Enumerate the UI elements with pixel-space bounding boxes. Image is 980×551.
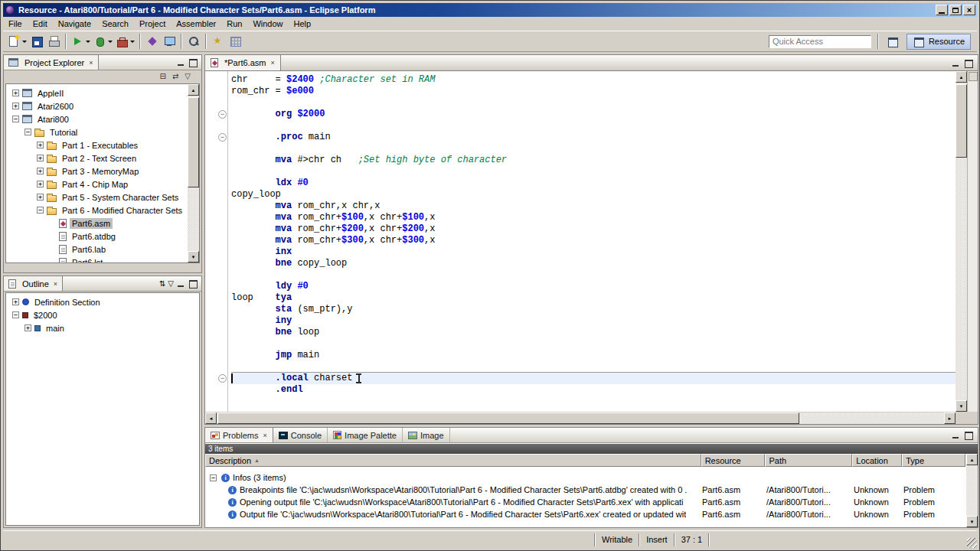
tree-expander-minus-icon[interactable]: − (37, 207, 44, 214)
fold-marker-icon[interactable]: − (218, 374, 227, 383)
menu-window[interactable]: Window (247, 18, 288, 30)
maximize-window-button[interactable] (949, 5, 962, 15)
tree-expander-plus-icon[interactable]: + (37, 142, 44, 148)
code-area[interactable]: chr = $2400 ;Character set in RAMrom_chr… (229, 71, 956, 412)
project-tree-item[interactable]: +Part 1 - Executables (6, 139, 188, 152)
project-tree-item[interactable]: Part6.lab (6, 243, 188, 256)
column-header-description[interactable]: Description▲ (205, 454, 701, 467)
view-menu-icon[interactable]: ▽ (185, 73, 191, 80)
scroll-left-arrow[interactable]: ◄ (205, 412, 217, 424)
column-header-location[interactable]: Location (852, 454, 902, 467)
code-line[interactable]: copy_loop (231, 189, 956, 201)
code-line[interactable]: mva #>chr ch ;Set high byte of character (231, 155, 956, 166)
project-tree-item[interactable]: Part6.asm (6, 217, 188, 230)
bookmark-button[interactable] (210, 32, 227, 51)
menu-help[interactable]: Help (289, 18, 317, 30)
editor-tab-part6-asm[interactable]: *Part6.asm × (205, 55, 281, 70)
code-line[interactable] (231, 120, 956, 132)
code-line[interactable]: .proc main (231, 132, 956, 143)
external-tools-button[interactable] (114, 32, 136, 51)
code-line[interactable]: mva rom_chr+$100,x chr+$100,x (231, 212, 956, 223)
code-line[interactable] (231, 143, 956, 155)
minimize-view-button[interactable] (176, 58, 186, 67)
quick-access-input[interactable]: Quick Access (769, 35, 871, 48)
menu-file[interactable]: File (3, 18, 28, 30)
collapse-all-icon[interactable]: ⊟ (160, 73, 166, 80)
scroll-up-arrow[interactable]: ▲ (956, 71, 967, 83)
code-line[interactable]: mva rom_chr,x chr,x (231, 201, 956, 212)
menu-project[interactable]: Project (134, 18, 171, 30)
tree-expander-plus-icon[interactable]: + (37, 181, 44, 187)
code-line[interactable]: org $2000 (231, 109, 956, 120)
menu-navigate[interactable]: Navigate (53, 18, 96, 30)
code-line[interactable]: rom_chr = $e000 (231, 86, 956, 97)
tree-expander-minus-icon[interactable]: − (12, 311, 19, 318)
column-header-resource[interactable]: Resource (701, 454, 766, 467)
menu-assembler[interactable]: Assembler (171, 18, 221, 30)
debug-button[interactable] (92, 32, 114, 51)
minimize-editor-button[interactable] (951, 59, 961, 67)
code-line[interactable]: iny (231, 315, 956, 327)
tree-expander-plus-icon[interactable]: + (12, 298, 19, 305)
project-tree-item[interactable]: Part6.lst (6, 256, 188, 262)
problem-group-row[interactable]: −Infos (3 items) (205, 471, 965, 484)
tree-expander-minus-icon[interactable]: − (12, 116, 19, 122)
tree-expander-plus-icon[interactable]: + (37, 168, 44, 174)
project-tree-item[interactable]: +Part 2 - Text Screen (6, 152, 188, 165)
code-line[interactable] (231, 361, 956, 373)
code-line[interactable] (231, 269, 956, 281)
tab-image-palette[interactable]: Image Palette (328, 428, 403, 442)
view-menu-icon[interactable]: ▽ (168, 280, 174, 288)
code-line[interactable]: mva rom_chr+$200,x chr+$200,x (231, 223, 956, 235)
minimize-view-button[interactable] (951, 431, 961, 439)
print-button[interactable] (45, 32, 62, 51)
code-line[interactable]: chr = $2400 ;Character set in RAM (231, 74, 956, 86)
tree-expander-plus-icon[interactable]: + (24, 324, 31, 331)
project-tree-item[interactable]: Part6.atdbg (6, 230, 188, 243)
scroll-right-arrow[interactable]: ► (944, 412, 956, 424)
code-line[interactable] (231, 166, 956, 178)
menu-edit[interactable]: Edit (28, 18, 53, 30)
tree-expander-minus-icon[interactable]: − (210, 474, 217, 481)
maximize-view-button[interactable] (188, 279, 198, 288)
problems-scrollbar[interactable]: ▲ ▼ (966, 454, 978, 527)
scroll-up-arrow[interactable]: ▲ (966, 454, 978, 465)
problem-row[interactable]: Opening output file 'C:\jac\wudsn\Worksp… (205, 496, 965, 508)
code-line[interactable]: .endl (231, 384, 956, 396)
assemble-button[interactable] (144, 32, 161, 51)
tab-image[interactable]: Image (403, 428, 450, 442)
code-line[interactable]: bne loop (231, 327, 956, 338)
link-with-editor-icon[interactable]: ⇄ (172, 73, 178, 80)
problem-row[interactable]: Output file 'C:\jac\wudsn\Workspace\Atar… (205, 508, 965, 520)
new-wizard-button[interactable] (6, 32, 28, 51)
run-emulator-button[interactable] (161, 32, 178, 51)
project-tree-item[interactable]: −Part 6 - Modified Character Sets (6, 204, 188, 217)
code-line[interactable]: ldx #0 (231, 178, 956, 189)
maximize-view-button[interactable] (188, 58, 198, 67)
scroll-down-arrow[interactable]: ▼ (188, 251, 199, 262)
outline-tree-item[interactable]: +main (6, 321, 199, 334)
code-line[interactable]: mva rom_chr+$300,x chr+$300,x (231, 235, 956, 246)
save-button[interactable] (28, 32, 45, 51)
scroll-up-arrow[interactable]: ▲ (188, 84, 199, 96)
code-line[interactable] (231, 338, 956, 350)
sort-icon[interactable]: ⇅ (159, 280, 165, 288)
scroll-down-arrow[interactable]: ▼ (956, 400, 967, 412)
resource-perspective-button[interactable]: Resource (906, 34, 971, 50)
tab-console[interactable]: Console (273, 428, 328, 442)
grid-view-button[interactable] (227, 32, 243, 51)
tree-expander-plus-icon[interactable]: + (37, 155, 44, 161)
menu-search[interactable]: Search (96, 18, 134, 30)
code-line[interactable] (231, 97, 956, 109)
code-line[interactable]: ldy #0 (231, 281, 956, 292)
code-line[interactable]: .local charset (231, 373, 956, 384)
close-view-icon[interactable]: × (89, 59, 93, 67)
column-header-path[interactable]: Path (765, 454, 852, 467)
fold-marker-icon[interactable]: − (218, 110, 227, 119)
project-tree-item[interactable]: +Part 3 - MemoryMap (6, 165, 188, 178)
project-tree-item[interactable]: +AppleII (6, 86, 188, 99)
tab-outline[interactable]: Outline × (4, 276, 63, 291)
tree-expander-minus-icon[interactable]: − (24, 129, 31, 135)
search-button[interactable] (185, 32, 202, 51)
code-line[interactable]: sta (sm_ptr),y (231, 304, 956, 315)
